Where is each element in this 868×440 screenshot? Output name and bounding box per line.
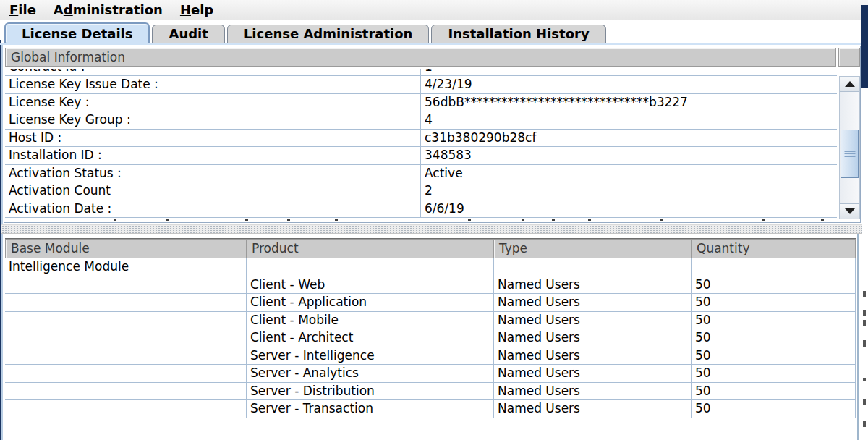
cell-base-module bbox=[5, 365, 247, 382]
menu-help[interactable]: Help bbox=[180, 2, 213, 17]
table-row[interactable]: Activation Status :Active bbox=[5, 165, 837, 183]
window-right-edge bbox=[861, 5, 868, 88]
cell-quantity: 50 bbox=[692, 276, 856, 294]
row-label: Contract Id : bbox=[5, 69, 421, 75]
cell-quantity: 50 bbox=[692, 347, 856, 365]
row-value: 4 bbox=[421, 111, 837, 129]
panel-left-border bbox=[1, 44, 3, 440]
application-window: FileAdministrationHelp License DetailsAu… bbox=[0, 0, 868, 440]
selected-tab-joint bbox=[6, 42, 148, 45]
cell-base-module bbox=[5, 400, 247, 418]
cell-product: Server - Intelligence bbox=[247, 347, 494, 365]
vertical-scrollbar[interactable] bbox=[839, 76, 860, 219]
table-row[interactable]: Client - WebNamed Users50 bbox=[5, 276, 856, 295]
cell-base-module bbox=[5, 312, 247, 329]
cell-type bbox=[494, 258, 692, 276]
column-header-base-module[interactable]: Base Module bbox=[5, 239, 247, 258]
row-label: Installation ID : bbox=[5, 147, 421, 164]
cell-type: Named Users bbox=[494, 294, 692, 311]
cell-type: Named Users bbox=[494, 312, 692, 329]
tab-bar: License DetailsAuditLicense Administrati… bbox=[4, 22, 608, 43]
row-value: 4/23/19 bbox=[421, 76, 837, 93]
cell-product bbox=[247, 258, 494, 276]
tab-license-details[interactable]: License Details bbox=[4, 22, 150, 43]
global-information-header[interactable]: Global Information bbox=[5, 48, 836, 67]
cell-quantity: 50 bbox=[692, 312, 856, 329]
tab-audit[interactable]: Audit bbox=[152, 25, 224, 43]
table-row[interactable]: License Key Group :4 bbox=[5, 111, 837, 130]
row-label: Host ID : bbox=[5, 130, 421, 147]
cell-type: Named Users bbox=[494, 365, 692, 382]
modules-table-body: Intelligence ModuleClient - WebNamed Use… bbox=[5, 258, 856, 418]
global-information-panel: Global Information Contract Id : 1 Licen… bbox=[4, 46, 861, 223]
global-information-table: Contract Id : 1 License Key Issue Date :… bbox=[5, 69, 837, 221]
cell-type: Named Users bbox=[494, 276, 692, 294]
tab-installation-history[interactable]: Installation History bbox=[431, 25, 605, 43]
row-label: Activation Count bbox=[5, 182, 421, 200]
partially-scrolled-row: Contract Id : 1 bbox=[5, 69, 837, 76]
partial-row-fragments bbox=[5, 218, 837, 221]
modules-table-header: Base ModuleProductTypeQuantity bbox=[5, 238, 856, 258]
cell-product: Server - Distribution bbox=[247, 383, 494, 400]
cell-product: Client - Web bbox=[247, 276, 494, 294]
header-corner-cell bbox=[838, 48, 860, 67]
menu-administration[interactable]: Administration bbox=[54, 2, 163, 17]
scrollbar-thumb[interactable] bbox=[841, 130, 859, 178]
cell-type: Named Users bbox=[494, 400, 692, 418]
cell-quantity: 50 bbox=[692, 294, 856, 311]
row-label: Activation Date : bbox=[5, 200, 421, 218]
column-header-quantity[interactable]: Quantity bbox=[692, 239, 856, 258]
table-row[interactable]: Server - DistributionNamed Users50 bbox=[5, 383, 856, 401]
table-row[interactable]: Intelligence Module bbox=[5, 258, 856, 276]
table-row[interactable]: Activation Count2 bbox=[5, 182, 837, 200]
row-label: License Key Group : bbox=[5, 111, 421, 129]
cell-quantity bbox=[692, 258, 856, 276]
table-row[interactable]: Server - AnalyticsNamed Users50 bbox=[5, 365, 856, 383]
cell-product: Server - Transaction bbox=[247, 400, 494, 418]
menu-bar: FileAdministrationHelp bbox=[0, 0, 868, 20]
table-row[interactable]: Client - ArchitectNamed Users50 bbox=[5, 329, 856, 347]
row-label: Activation Status : bbox=[5, 165, 421, 182]
scroll-down-button[interactable] bbox=[840, 203, 859, 219]
cell-type: Named Users bbox=[494, 383, 692, 400]
table-row[interactable]: Activation Date :6/6/19 bbox=[5, 200, 837, 219]
menu-file[interactable]: File bbox=[9, 2, 36, 17]
cell-product: Client - Architect bbox=[247, 329, 494, 347]
column-header-product[interactable]: Product bbox=[247, 239, 494, 258]
cell-type: Named Users bbox=[494, 329, 692, 347]
row-value: 56dbB******************************b3227 bbox=[421, 94, 837, 111]
cell-product: Server - Analytics bbox=[247, 365, 494, 382]
arrow-down-icon bbox=[845, 208, 855, 214]
cell-product: Client - Application bbox=[247, 294, 494, 311]
cropped-background-artifacts bbox=[861, 239, 868, 440]
cell-product: Client - Mobile bbox=[247, 312, 494, 329]
table-row[interactable]: License Key Issue Date :4/23/19 bbox=[5, 76, 837, 94]
cell-quantity: 50 bbox=[692, 400, 856, 418]
table-row[interactable]: License Key :56dbB**********************… bbox=[5, 94, 837, 112]
row-label: License Key : bbox=[5, 94, 421, 111]
scroll-up-button[interactable] bbox=[840, 77, 859, 92]
table-row[interactable]: Client - ApplicationNamed Users50 bbox=[5, 294, 856, 312]
row-value: Active bbox=[421, 165, 837, 182]
table-row[interactable]: Installation ID :348583 bbox=[5, 147, 837, 165]
license-modules-panel: Base ModuleProductTypeQuantity Intellige… bbox=[4, 234, 859, 440]
row-value: 348583 bbox=[421, 147, 837, 164]
cell-type: Named Users bbox=[494, 347, 692, 365]
table-row[interactable]: Server - TransactionNamed Users50 bbox=[5, 400, 856, 418]
row-label: License Key Issue Date : bbox=[5, 76, 421, 93]
column-header-type[interactable]: Type bbox=[494, 239, 692, 258]
table-row[interactable]: Host ID :c31b380290b28cf bbox=[5, 130, 837, 148]
row-value: c31b380290b28cf bbox=[421, 130, 837, 147]
cell-base-module: Intelligence Module bbox=[5, 258, 247, 276]
table-row[interactable]: Contract Id : 1 bbox=[5, 69, 837, 76]
cell-quantity: 50 bbox=[692, 365, 856, 382]
cell-base-module bbox=[5, 383, 247, 400]
split-pane-divider[interactable] bbox=[1, 224, 862, 234]
table-row[interactable]: Client - MobileNamed Users50 bbox=[5, 312, 856, 330]
cell-base-module bbox=[5, 276, 247, 294]
table-row[interactable]: Server - IntelligenceNamed Users50 bbox=[5, 347, 856, 365]
cell-quantity: 50 bbox=[692, 329, 856, 347]
cell-base-module bbox=[5, 329, 247, 347]
thumb-grip-icon bbox=[844, 151, 855, 157]
tab-license-administration[interactable]: License Administration bbox=[227, 25, 430, 43]
